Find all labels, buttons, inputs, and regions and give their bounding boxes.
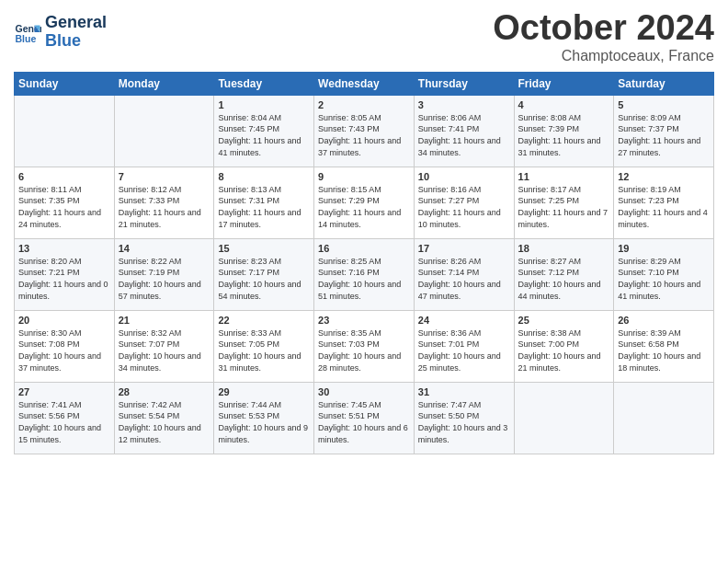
calendar-cell: 11Sunrise: 8:17 AMSunset: 7:25 PMDayligh… bbox=[514, 167, 614, 238]
logo-text-general: General bbox=[45, 14, 107, 32]
day-number: 5 bbox=[618, 99, 710, 110]
calendar-cell bbox=[15, 95, 115, 167]
week-row-3: 13Sunrise: 8:20 AMSunset: 7:21 PMDayligh… bbox=[15, 238, 714, 310]
day-number: 21 bbox=[119, 315, 210, 326]
day-number: 1 bbox=[218, 99, 310, 110]
calendar-container: General Blue General Blue October 2024 C… bbox=[0, 0, 728, 464]
location: Champtoceaux, France bbox=[493, 48, 714, 64]
calendar-cell: 15Sunrise: 8:23 AMSunset: 7:17 PMDayligh… bbox=[214, 238, 314, 310]
day-info: Sunrise: 8:22 AMSunset: 7:19 PMDaylight:… bbox=[119, 256, 210, 302]
week-row-4: 20Sunrise: 8:30 AMSunset: 7:08 PMDayligh… bbox=[15, 310, 714, 382]
day-info: Sunrise: 8:33 AMSunset: 7:05 PMDaylight:… bbox=[218, 327, 310, 373]
calendar-cell: 5Sunrise: 8:09 AMSunset: 7:37 PMDaylight… bbox=[614, 95, 714, 167]
calendar-cell: 23Sunrise: 8:35 AMSunset: 7:03 PMDayligh… bbox=[314, 310, 415, 382]
week-row-2: 6Sunrise: 8:11 AMSunset: 7:35 PMDaylight… bbox=[15, 167, 714, 238]
day-info: Sunrise: 7:45 AMSunset: 5:51 PMDaylight:… bbox=[318, 399, 410, 445]
day-info: Sunrise: 7:42 AMSunset: 5:54 PMDaylight:… bbox=[119, 399, 210, 445]
calendar-cell: 8Sunrise: 8:13 AMSunset: 7:31 PMDaylight… bbox=[214, 167, 314, 238]
calendar-header: General Blue General Blue October 2024 C… bbox=[14, 9, 714, 64]
day-info: Sunrise: 8:04 AMSunset: 7:45 PMDaylight:… bbox=[218, 112, 310, 158]
day-info: Sunrise: 7:47 AMSunset: 5:50 PMDaylight:… bbox=[418, 399, 510, 445]
logo-text-blue: Blue bbox=[45, 32, 107, 51]
calendar-cell: 17Sunrise: 8:26 AMSunset: 7:14 PMDayligh… bbox=[414, 238, 514, 310]
day-info: Sunrise: 8:20 AMSunset: 7:21 PMDaylight:… bbox=[18, 256, 110, 302]
day-number: 12 bbox=[618, 171, 710, 182]
day-number: 8 bbox=[218, 171, 310, 182]
month-title: October 2024 bbox=[493, 9, 714, 48]
calendar-cell: 31Sunrise: 7:47 AMSunset: 5:50 PMDayligh… bbox=[414, 382, 514, 454]
day-number: 20 bbox=[18, 315, 110, 326]
calendar-cell: 22Sunrise: 8:33 AMSunset: 7:05 PMDayligh… bbox=[214, 310, 314, 382]
calendar-cell: 20Sunrise: 8:30 AMSunset: 7:08 PMDayligh… bbox=[15, 310, 115, 382]
calendar-cell bbox=[614, 382, 714, 454]
week-row-5: 27Sunrise: 7:41 AMSunset: 5:56 PMDayligh… bbox=[15, 382, 714, 454]
logo-icon: General Blue bbox=[14, 18, 41, 46]
calendar-cell: 12Sunrise: 8:19 AMSunset: 7:23 PMDayligh… bbox=[614, 167, 714, 238]
day-info: Sunrise: 8:25 AMSunset: 7:16 PMDaylight:… bbox=[318, 256, 410, 302]
calendar-cell: 2Sunrise: 8:05 AMSunset: 7:43 PMDaylight… bbox=[314, 95, 415, 167]
day-number: 16 bbox=[318, 243, 410, 254]
weekday-header-monday: Monday bbox=[114, 72, 214, 95]
day-info: Sunrise: 8:13 AMSunset: 7:31 PMDaylight:… bbox=[218, 184, 310, 230]
weekday-header-tuesday: Tuesday bbox=[214, 72, 314, 95]
calendar-cell: 10Sunrise: 8:16 AMSunset: 7:27 PMDayligh… bbox=[414, 167, 514, 238]
day-info: Sunrise: 8:15 AMSunset: 7:29 PMDaylight:… bbox=[318, 184, 410, 230]
day-number: 27 bbox=[18, 386, 110, 397]
day-number: 2 bbox=[318, 99, 410, 110]
day-info: Sunrise: 8:06 AMSunset: 7:41 PMDaylight:… bbox=[418, 112, 510, 158]
day-info: Sunrise: 8:17 AMSunset: 7:25 PMDaylight:… bbox=[518, 184, 610, 230]
calendar-cell: 30Sunrise: 7:45 AMSunset: 5:51 PMDayligh… bbox=[314, 382, 415, 454]
day-number: 18 bbox=[518, 243, 610, 254]
day-number: 14 bbox=[119, 243, 210, 254]
logo: General Blue General Blue bbox=[14, 14, 107, 51]
day-number: 19 bbox=[618, 243, 710, 254]
day-info: Sunrise: 8:27 AMSunset: 7:12 PMDaylight:… bbox=[518, 256, 610, 302]
calendar-cell bbox=[514, 382, 614, 454]
day-number: 28 bbox=[119, 386, 210, 397]
day-info: Sunrise: 8:12 AMSunset: 7:33 PMDaylight:… bbox=[119, 184, 210, 230]
day-number: 24 bbox=[418, 315, 510, 326]
calendar-cell: 6Sunrise: 8:11 AMSunset: 7:35 PMDaylight… bbox=[15, 167, 115, 238]
weekday-header-sunday: Sunday bbox=[15, 72, 115, 95]
calendar-cell: 25Sunrise: 8:38 AMSunset: 7:00 PMDayligh… bbox=[514, 310, 614, 382]
calendar-cell: 13Sunrise: 8:20 AMSunset: 7:21 PMDayligh… bbox=[15, 238, 115, 310]
day-info: Sunrise: 8:35 AMSunset: 7:03 PMDaylight:… bbox=[318, 327, 410, 373]
calendar-cell: 28Sunrise: 7:42 AMSunset: 5:54 PMDayligh… bbox=[114, 382, 214, 454]
day-number: 30 bbox=[318, 386, 410, 397]
day-number: 13 bbox=[18, 243, 110, 254]
calendar-cell: 14Sunrise: 8:22 AMSunset: 7:19 PMDayligh… bbox=[114, 238, 214, 310]
day-number: 11 bbox=[518, 171, 610, 182]
calendar-cell: 16Sunrise: 8:25 AMSunset: 7:16 PMDayligh… bbox=[314, 238, 415, 310]
calendar-cell: 1Sunrise: 8:04 AMSunset: 7:45 PMDaylight… bbox=[214, 95, 314, 167]
day-number: 31 bbox=[418, 386, 510, 397]
day-number: 6 bbox=[18, 171, 110, 182]
day-info: Sunrise: 8:16 AMSunset: 7:27 PMDaylight:… bbox=[418, 184, 510, 230]
weekday-header-row: SundayMondayTuesdayWednesdayThursdayFrid… bbox=[15, 72, 714, 95]
day-info: Sunrise: 8:19 AMSunset: 7:23 PMDaylight:… bbox=[618, 184, 710, 230]
weekday-header-friday: Friday bbox=[514, 72, 614, 95]
calendar-cell: 7Sunrise: 8:12 AMSunset: 7:33 PMDaylight… bbox=[114, 167, 214, 238]
calendar-cell: 21Sunrise: 8:32 AMSunset: 7:07 PMDayligh… bbox=[114, 310, 214, 382]
day-number: 29 bbox=[218, 386, 310, 397]
day-number: 17 bbox=[418, 243, 510, 254]
day-number: 3 bbox=[418, 99, 510, 110]
day-number: 4 bbox=[518, 99, 610, 110]
day-info: Sunrise: 7:44 AMSunset: 5:53 PMDaylight:… bbox=[218, 399, 310, 445]
day-number: 10 bbox=[418, 171, 510, 182]
day-info: Sunrise: 8:08 AMSunset: 7:39 PMDaylight:… bbox=[518, 112, 610, 158]
day-info: Sunrise: 8:05 AMSunset: 7:43 PMDaylight:… bbox=[318, 112, 410, 158]
calendar-cell: 27Sunrise: 7:41 AMSunset: 5:56 PMDayligh… bbox=[15, 382, 115, 454]
calendar-cell: 19Sunrise: 8:29 AMSunset: 7:10 PMDayligh… bbox=[614, 238, 714, 310]
calendar-table: SundayMondayTuesdayWednesdayThursdayFrid… bbox=[14, 72, 714, 454]
day-info: Sunrise: 8:26 AMSunset: 7:14 PMDaylight:… bbox=[418, 256, 510, 302]
day-info: Sunrise: 8:11 AMSunset: 7:35 PMDaylight:… bbox=[18, 184, 110, 230]
week-row-1: 1Sunrise: 8:04 AMSunset: 7:45 PMDaylight… bbox=[15, 95, 714, 167]
weekday-header-saturday: Saturday bbox=[614, 72, 714, 95]
calendar-cell: 4Sunrise: 8:08 AMSunset: 7:39 PMDaylight… bbox=[514, 95, 614, 167]
calendar-cell: 24Sunrise: 8:36 AMSunset: 7:01 PMDayligh… bbox=[414, 310, 514, 382]
day-number: 25 bbox=[518, 315, 610, 326]
calendar-cell: 26Sunrise: 8:39 AMSunset: 6:58 PMDayligh… bbox=[614, 310, 714, 382]
day-number: 15 bbox=[218, 243, 310, 254]
day-number: 22 bbox=[218, 315, 310, 326]
title-block: October 2024 Champtoceaux, France bbox=[493, 9, 714, 64]
